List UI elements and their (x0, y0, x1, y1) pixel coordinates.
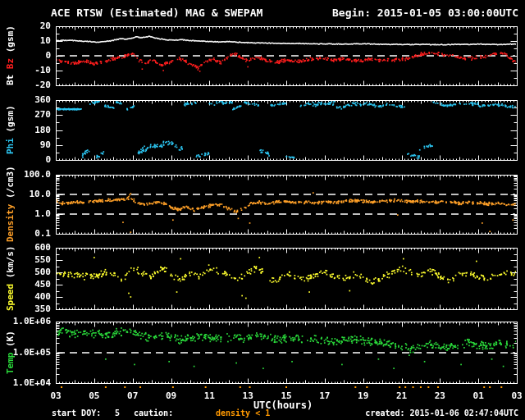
x-tick-label: 07 (127, 390, 138, 401)
x-tick-label: 05 (89, 390, 99, 401)
x-tick-label: 03 (511, 390, 522, 401)
x-tick-label: 01 (473, 390, 484, 401)
panel-ylabel-speed: Speed (km/s) (5, 238, 16, 319)
start-doy-label: start DOY: (52, 409, 101, 418)
panel-ylabel-part: Density (5, 204, 16, 242)
panel-ylabel-part: Temp (5, 353, 16, 375)
x-tick-label: 13 (243, 390, 253, 401)
x-tick-label: 09 (166, 390, 176, 401)
begin-timestamp: Begin: 2015-01-05 03:00:00UTC (332, 7, 518, 19)
panel-ylabel-density: Density (/cm3) (5, 165, 16, 244)
plot-canvas (0, 0, 525, 420)
x-tick-label: 17 (319, 390, 330, 401)
panel-ylabel-part: (gsm) (5, 26, 16, 59)
panel-ylabel-temp: Temp (K) (5, 312, 16, 393)
x-tick-label: 11 (204, 390, 215, 401)
start-doy-value: 5 (115, 409, 120, 418)
x-tick-label: 23 (435, 390, 445, 401)
panel-ylabel-part: (K) (5, 331, 16, 353)
panel-ylabel-part: (gsm) (5, 106, 16, 139)
created-timestamp: created: 2015-01-06 02:47:04UTC (365, 409, 518, 418)
x-tick-label: 19 (358, 390, 368, 401)
panel-ylabel-part: (km/s) (5, 246, 16, 284)
plot-title: ACE RTSW (Estimated) MAG & SWEPAM (51, 7, 262, 19)
panel-ylabel-phi: Phi (gsm) (5, 90, 16, 170)
panel-ylabel-part: (/cm3) (5, 167, 16, 204)
panel-ylabel-mag: Bt Bz (gsm) (5, 16, 16, 95)
caution-value: density < 1 (216, 409, 270, 418)
x-tick-label: 21 (396, 390, 407, 401)
caution-label: caution: (134, 409, 173, 418)
panel-ylabel-part: Bz (5, 58, 16, 75)
panel-ylabel-part: Speed (5, 284, 16, 311)
panel-ylabel-part: Phi (5, 138, 16, 154)
x-tick-label: 03 (50, 390, 61, 401)
ace-rtsw-plot-window: ACE RTSW (Estimated) MAG & SWEPAM Begin:… (0, 0, 525, 420)
x-tick-label: 15 (281, 390, 291, 401)
panel-ylabel-part: Bt (5, 75, 16, 85)
